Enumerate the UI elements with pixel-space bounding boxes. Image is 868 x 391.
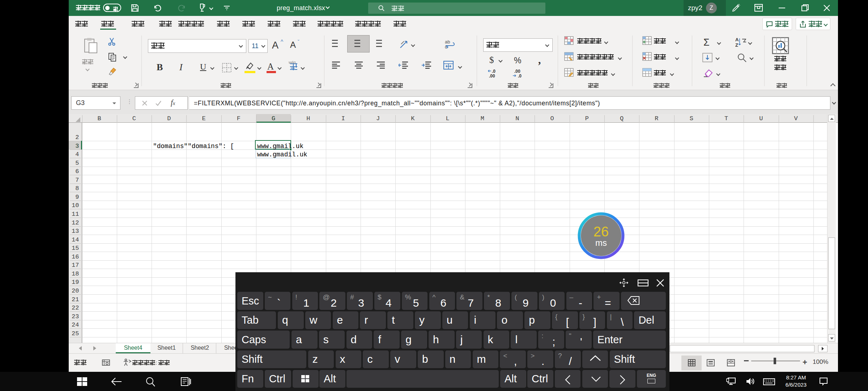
svg-text:.0: .0 <box>518 73 522 78</box>
svg-text:.0: .0 <box>492 69 495 74</box>
svg-text:26: 26 <box>593 224 609 239</box>
svg-text:Z: Z <box>735 42 738 47</box>
svg-text:.00: .00 <box>489 73 495 78</box>
svg-text:ms: ms <box>595 238 607 248</box>
svg-text:.00: .00 <box>514 69 520 74</box>
svg-text:A: A <box>735 37 739 42</box>
svg-text:ab: ab <box>445 39 450 45</box>
